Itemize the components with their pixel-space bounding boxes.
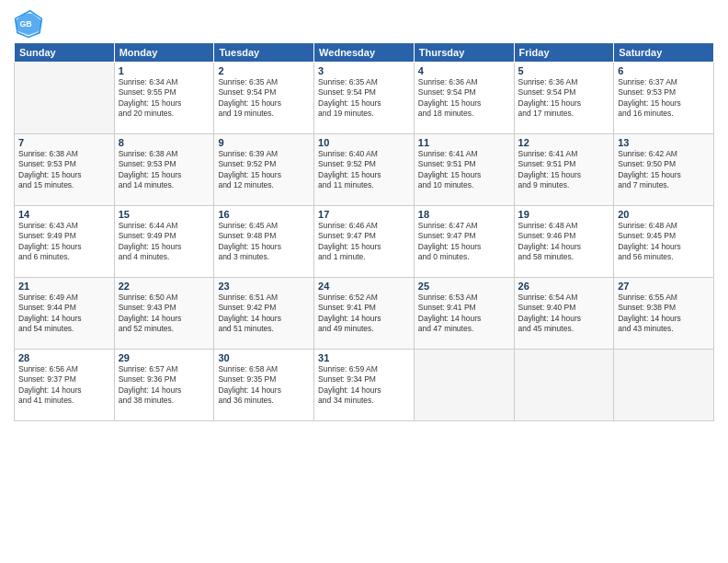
header-cell-saturday: Saturday: [614, 43, 714, 63]
day-number: 20: [618, 209, 710, 220]
day-info: Sunrise: 6:37 AM Sunset: 9:53 PM Dayligh…: [618, 77, 710, 120]
day-info: Sunrise: 6:41 AM Sunset: 9:51 PM Dayligh…: [518, 149, 610, 191]
day-number: 24: [318, 281, 410, 292]
day-cell: 21Sunrise: 6:49 AM Sunset: 9:44 PM Dayli…: [15, 278, 115, 350]
day-cell: 29Sunrise: 6:57 AM Sunset: 9:36 PM Dayli…: [114, 350, 214, 421]
week-row-1: 1Sunrise: 6:34 AM Sunset: 9:55 PM Daylig…: [15, 63, 714, 134]
day-cell: 7Sunrise: 6:38 AM Sunset: 9:53 PM Daylig…: [15, 134, 115, 206]
header: GB: [14, 9, 714, 39]
day-number: 5: [518, 65, 610, 76]
day-cell: 1Sunrise: 6:34 AM Sunset: 9:55 PM Daylig…: [114, 63, 214, 134]
calendar-table: SundayMondayTuesdayWednesdayThursdayFrid…: [14, 42, 714, 421]
day-number: 31: [318, 352, 410, 363]
day-number: 4: [418, 65, 510, 76]
day-cell: 4Sunrise: 6:36 AM Sunset: 9:54 PM Daylig…: [414, 63, 514, 134]
day-number: 12: [518, 137, 610, 148]
day-cell: 17Sunrise: 6:46 AM Sunset: 9:47 PM Dayli…: [314, 206, 415, 278]
day-cell: 20Sunrise: 6:48 AM Sunset: 9:45 PM Dayli…: [614, 206, 714, 278]
page: GB SundayMondayTuesdayWednesdayThursdayF…: [0, 0, 728, 563]
day-info: Sunrise: 6:47 AM Sunset: 9:47 PM Dayligh…: [418, 221, 510, 263]
day-info: Sunrise: 6:39 AM Sunset: 9:52 PM Dayligh…: [218, 149, 310, 191]
day-info: Sunrise: 6:48 AM Sunset: 9:45 PM Dayligh…: [618, 221, 710, 263]
header-cell-wednesday: Wednesday: [314, 43, 415, 63]
day-cell: 10Sunrise: 6:40 AM Sunset: 9:52 PM Dayli…: [314, 134, 415, 206]
day-number: 7: [18, 137, 110, 148]
day-cell: 14Sunrise: 6:43 AM Sunset: 9:49 PM Dayli…: [15, 206, 115, 278]
day-number: 16: [218, 209, 310, 220]
day-cell: [614, 350, 714, 421]
day-number: 17: [318, 209, 410, 220]
day-info: Sunrise: 6:35 AM Sunset: 9:54 PM Dayligh…: [318, 77, 410, 120]
day-info: Sunrise: 6:59 AM Sunset: 9:34 PM Dayligh…: [318, 364, 410, 407]
logo: GB: [14, 9, 47, 39]
day-number: 27: [618, 281, 710, 292]
day-number: 28: [18, 352, 110, 363]
day-info: Sunrise: 6:45 AM Sunset: 9:48 PM Dayligh…: [218, 221, 310, 263]
day-info: Sunrise: 6:34 AM Sunset: 9:55 PM Dayligh…: [119, 77, 210, 120]
day-number: 3: [318, 65, 410, 76]
day-info: Sunrise: 6:52 AM Sunset: 9:41 PM Dayligh…: [318, 293, 410, 335]
logo-icon: GB: [14, 9, 43, 39]
day-info: Sunrise: 6:55 AM Sunset: 9:38 PM Dayligh…: [618, 293, 710, 335]
day-number: 11: [418, 137, 510, 148]
day-number: 25: [418, 281, 510, 292]
day-cell: 22Sunrise: 6:50 AM Sunset: 9:43 PM Dayli…: [114, 278, 214, 350]
day-cell: 26Sunrise: 6:54 AM Sunset: 9:40 PM Dayli…: [514, 278, 614, 350]
day-info: Sunrise: 6:53 AM Sunset: 9:41 PM Dayligh…: [418, 293, 510, 335]
header-cell-friday: Friday: [514, 43, 614, 63]
week-row-5: 28Sunrise: 6:56 AM Sunset: 9:37 PM Dayli…: [15, 350, 714, 421]
week-row-3: 14Sunrise: 6:43 AM Sunset: 9:49 PM Dayli…: [15, 206, 714, 278]
day-cell: [414, 350, 514, 421]
day-info: Sunrise: 6:48 AM Sunset: 9:46 PM Dayligh…: [518, 221, 610, 263]
day-cell: 15Sunrise: 6:44 AM Sunset: 9:49 PM Dayli…: [114, 206, 214, 278]
day-cell: 31Sunrise: 6:59 AM Sunset: 9:34 PM Dayli…: [314, 350, 415, 421]
day-number: 22: [119, 281, 210, 292]
header-cell-thursday: Thursday: [414, 43, 514, 63]
day-cell: 13Sunrise: 6:42 AM Sunset: 9:50 PM Dayli…: [614, 134, 714, 206]
day-cell: 9Sunrise: 6:39 AM Sunset: 9:52 PM Daylig…: [214, 134, 314, 206]
day-cell: 28Sunrise: 6:56 AM Sunset: 9:37 PM Dayli…: [15, 350, 115, 421]
day-cell: 16Sunrise: 6:45 AM Sunset: 9:48 PM Dayli…: [214, 206, 314, 278]
day-info: Sunrise: 6:44 AM Sunset: 9:49 PM Dayligh…: [119, 221, 210, 263]
day-number: 2: [218, 65, 310, 76]
day-number: 26: [518, 281, 610, 292]
week-row-2: 7Sunrise: 6:38 AM Sunset: 9:53 PM Daylig…: [15, 134, 714, 206]
header-row: SundayMondayTuesdayWednesdayThursdayFrid…: [15, 43, 714, 63]
day-info: Sunrise: 6:58 AM Sunset: 9:35 PM Dayligh…: [218, 364, 310, 407]
day-info: Sunrise: 6:51 AM Sunset: 9:42 PM Dayligh…: [218, 293, 310, 335]
day-number: 15: [119, 209, 210, 220]
day-info: Sunrise: 6:35 AM Sunset: 9:54 PM Dayligh…: [218, 77, 310, 120]
svg-text:GB: GB: [19, 19, 31, 29]
day-cell: 2Sunrise: 6:35 AM Sunset: 9:54 PM Daylig…: [214, 63, 314, 134]
day-number: 9: [218, 137, 310, 148]
header-cell-monday: Monday: [114, 43, 214, 63]
day-cell: 18Sunrise: 6:47 AM Sunset: 9:47 PM Dayli…: [414, 206, 514, 278]
day-info: Sunrise: 6:43 AM Sunset: 9:49 PM Dayligh…: [18, 221, 110, 263]
day-cell: 23Sunrise: 6:51 AM Sunset: 9:42 PM Dayli…: [214, 278, 314, 350]
day-info: Sunrise: 6:36 AM Sunset: 9:54 PM Dayligh…: [418, 77, 510, 120]
day-cell: 24Sunrise: 6:52 AM Sunset: 9:41 PM Dayli…: [314, 278, 415, 350]
day-info: Sunrise: 6:57 AM Sunset: 9:36 PM Dayligh…: [119, 364, 210, 407]
day-info: Sunrise: 6:54 AM Sunset: 9:40 PM Dayligh…: [518, 293, 610, 335]
day-cell: [15, 63, 115, 134]
day-info: Sunrise: 6:36 AM Sunset: 9:54 PM Dayligh…: [518, 77, 610, 120]
day-number: 1: [119, 65, 210, 76]
day-info: Sunrise: 6:40 AM Sunset: 9:52 PM Dayligh…: [318, 149, 410, 191]
day-info: Sunrise: 6:49 AM Sunset: 9:44 PM Dayligh…: [18, 293, 110, 335]
day-cell: 11Sunrise: 6:41 AM Sunset: 9:51 PM Dayli…: [414, 134, 514, 206]
day-number: 29: [119, 352, 210, 363]
week-row-4: 21Sunrise: 6:49 AM Sunset: 9:44 PM Dayli…: [15, 278, 714, 350]
day-cell: 5Sunrise: 6:36 AM Sunset: 9:54 PM Daylig…: [514, 63, 614, 134]
day-info: Sunrise: 6:41 AM Sunset: 9:51 PM Dayligh…: [418, 149, 510, 191]
day-info: Sunrise: 6:56 AM Sunset: 9:37 PM Dayligh…: [18, 364, 110, 407]
day-number: 21: [18, 281, 110, 292]
day-cell: 8Sunrise: 6:38 AM Sunset: 9:53 PM Daylig…: [114, 134, 214, 206]
day-number: 18: [418, 209, 510, 220]
day-info: Sunrise: 6:46 AM Sunset: 9:47 PM Dayligh…: [318, 221, 410, 263]
day-number: 6: [618, 65, 710, 76]
day-info: Sunrise: 6:42 AM Sunset: 9:50 PM Dayligh…: [618, 149, 710, 191]
day-cell: 30Sunrise: 6:58 AM Sunset: 9:35 PM Dayli…: [214, 350, 314, 421]
day-number: 14: [18, 209, 110, 220]
header-cell-tuesday: Tuesday: [214, 43, 314, 63]
day-cell: 6Sunrise: 6:37 AM Sunset: 9:53 PM Daylig…: [614, 63, 714, 134]
